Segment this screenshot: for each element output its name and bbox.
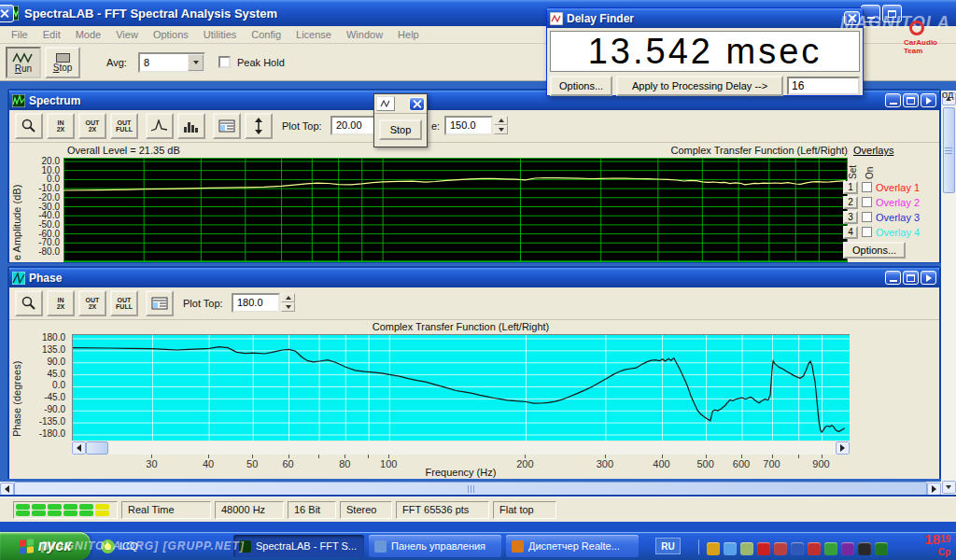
menu-help[interactable]: Help xyxy=(390,27,427,42)
phase-titlebar[interactable]: Phase xyxy=(9,268,939,287)
scrollbar-thumb[interactable] xyxy=(86,441,108,455)
avg-combobox[interactable]: 8 xyxy=(138,52,205,73)
taskbar-task-realtek[interactable]: Диспетчер Realte... xyxy=(506,535,639,557)
stop-button[interactable]: Stop xyxy=(45,47,80,78)
maximize-button[interactable] xyxy=(882,5,902,22)
delay-finder-titlebar[interactable]: Delay Finder xyxy=(547,8,863,28)
plot-options-button[interactable] xyxy=(146,290,174,316)
zoom-out-full-button[interactable]: OUTFULL xyxy=(110,113,138,139)
scrollbar-thumb[interactable] xyxy=(943,107,955,193)
display-icon[interactable] xyxy=(791,542,804,555)
menu-file[interactable]: File xyxy=(4,27,35,42)
spin-down-icon[interactable] xyxy=(281,302,295,312)
phase-maximize-button[interactable] xyxy=(903,271,919,285)
spin-up-icon[interactable] xyxy=(494,116,508,125)
mini-stop-button[interactable]: Stop xyxy=(379,119,422,140)
zoom-out-2x-button[interactable]: OUT2X xyxy=(78,113,106,139)
taskbar-clock[interactable]: 1819 Ср xyxy=(924,534,950,558)
scrollbar-thumb[interactable] xyxy=(14,482,927,496)
phase-minimize-button[interactable] xyxy=(885,271,901,285)
browser-icon[interactable] xyxy=(841,542,854,555)
minimize-button[interactable] xyxy=(861,5,880,22)
scroll-left-icon[interactable] xyxy=(0,483,14,496)
overlay-row: 1Overlay 1 xyxy=(843,180,920,194)
delay-options-button[interactable]: Options... xyxy=(550,76,612,96)
overlay-set-button[interactable]: 2 xyxy=(843,196,858,209)
phase-chart[interactable] xyxy=(72,334,850,441)
mixer-icon[interactable] xyxy=(858,542,871,555)
spin-up-icon[interactable] xyxy=(281,293,295,302)
spectrum-close-button[interactable] xyxy=(921,93,936,107)
run-button[interactable]: Run xyxy=(6,47,41,78)
menu-window[interactable]: Window xyxy=(339,27,390,42)
start-button[interactable]: пуск xyxy=(0,532,91,560)
phase-h-scrollbar[interactable] xyxy=(72,441,850,455)
icq-flower-icon[interactable] xyxy=(101,539,115,553)
bar-plot-button[interactable] xyxy=(177,113,205,139)
messenger-icon[interactable] xyxy=(724,542,737,555)
overlay-on-checkbox[interactable] xyxy=(862,182,872,192)
zoom-button[interactable] xyxy=(15,113,43,139)
peak-hold-checkbox[interactable] xyxy=(218,56,231,68)
y-tick-label: 0.0 xyxy=(26,380,65,390)
antivirus-icon[interactable] xyxy=(757,542,770,555)
autoscale-button[interactable] xyxy=(245,113,273,139)
spectrum-chart[interactable] xyxy=(63,158,848,262)
combo-dropdown-icon[interactable] xyxy=(188,54,204,71)
menu-license[interactable]: License xyxy=(288,27,339,42)
spin-down-icon[interactable] xyxy=(494,125,508,134)
menu-config[interactable]: Config xyxy=(244,27,288,42)
line-plot-button[interactable] xyxy=(146,113,174,139)
spectrum-range-value[interactable]: 150.0 xyxy=(444,116,493,135)
mini-stop-close-button[interactable] xyxy=(409,97,425,111)
overlay-set-button[interactable]: 4 xyxy=(843,226,858,239)
menu-utilities[interactable]: Utilities xyxy=(196,27,244,42)
overlay-options-button[interactable]: Options... xyxy=(843,242,906,259)
scroll-left-icon[interactable] xyxy=(72,441,86,455)
overlay-on-checkbox[interactable] xyxy=(862,212,872,222)
apply-delay-button[interactable]: Apply to Processing Delay --> xyxy=(616,76,783,96)
language-indicator[interactable]: RU xyxy=(655,538,681,554)
menu-view[interactable]: View xyxy=(108,27,146,42)
phase-plot-top-spinner[interactable]: 180.0 xyxy=(232,293,295,313)
flower-icon[interactable] xyxy=(740,542,753,555)
agent-icon[interactable] xyxy=(808,542,821,555)
mdi-h-scrollbar[interactable] xyxy=(0,482,941,496)
plot-options-button[interactable] xyxy=(213,113,241,139)
zoom-in-2x-button[interactable]: IN2X xyxy=(47,113,75,139)
spectrum-y-axis-label: e Amplitude (dB) xyxy=(11,160,22,260)
zoom-out-2x-button[interactable]: OUT2X xyxy=(78,290,106,316)
close-button[interactable] xyxy=(0,5,14,22)
spectrum-plot-top-value[interactable]: 20.00 xyxy=(330,116,379,135)
scroll-right-icon[interactable] xyxy=(927,483,941,496)
sync-icon[interactable] xyxy=(824,542,837,555)
menu-options[interactable]: Options xyxy=(146,27,196,42)
phone-icon[interactable] xyxy=(875,542,888,555)
phase-close-button[interactable] xyxy=(921,271,936,285)
menu-mode[interactable]: Mode xyxy=(68,27,109,42)
volume-icon[interactable] xyxy=(707,542,720,555)
network-signal-icon[interactable] xyxy=(774,542,787,555)
overlay-set-button[interactable]: 3 xyxy=(843,211,858,224)
taskbar-task-control-panel[interactable]: Панель управления xyxy=(369,535,501,557)
mdi-v-scrollbar[interactable] xyxy=(941,91,956,496)
scroll-down-icon[interactable] xyxy=(942,481,956,494)
spectrum-minimize-button[interactable] xyxy=(885,93,901,107)
menu-edit[interactable]: Edit xyxy=(35,27,68,42)
taskbar-task-spectralab[interactable]: SpectraLAB - FFT S... xyxy=(233,535,364,557)
zoom-in-2x-button[interactable]: IN2X xyxy=(47,290,75,316)
zoom-out-full-button[interactable]: OUTFULL xyxy=(110,290,138,316)
spectrum-maximize-button[interactable] xyxy=(903,93,919,107)
scroll-right-icon[interactable] xyxy=(836,441,850,455)
overlay-on-checkbox[interactable] xyxy=(862,197,872,207)
mini-stop-titlebar[interactable] xyxy=(374,94,427,114)
quick-launch-label[interactable]: ICQ xyxy=(120,540,138,552)
spectrum-range-spinner[interactable]: 150.0 xyxy=(444,116,508,135)
vertical-arrows-icon xyxy=(253,118,264,134)
phase-plot-top-value[interactable]: 180.0 xyxy=(232,293,280,313)
overlay-on-checkbox[interactable] xyxy=(862,227,872,237)
overlay-set-button[interactable]: 1 xyxy=(843,181,858,194)
delay-finder-close-button[interactable] xyxy=(844,11,860,25)
zoom-button[interactable] xyxy=(15,290,43,316)
delay-input[interactable] xyxy=(787,77,860,95)
